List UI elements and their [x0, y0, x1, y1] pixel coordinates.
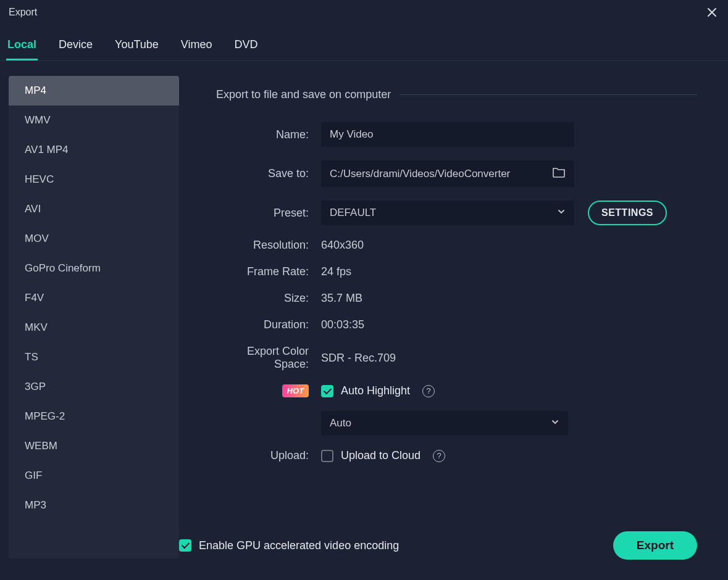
help-icon[interactable]: ?: [433, 450, 445, 462]
format-item[interactable]: MP3: [9, 491, 179, 520]
format-item[interactable]: MOV: [9, 224, 179, 254]
label-resolution: Resolution:: [216, 239, 309, 252]
export-button[interactable]: Export: [613, 531, 697, 560]
chevron-down-icon: [551, 417, 559, 429]
label-color-space: Export Color Space:: [216, 345, 309, 371]
size-value: 35.7 MB: [321, 292, 362, 305]
name-input[interactable]: [330, 128, 566, 141]
gpu-label: Enable GPU accelerated video encoding: [199, 539, 399, 552]
format-item[interactable]: AV1 MP4: [9, 135, 179, 165]
auto-highlight-mode-select[interactable]: Auto: [321, 411, 568, 436]
chevron-down-icon: [557, 207, 566, 219]
help-icon[interactable]: ?: [422, 385, 435, 397]
window-title: Export: [9, 7, 37, 18]
tabbar: LocalDeviceYouTubeVimeoDVD: [0, 25, 728, 61]
format-item[interactable]: HEVC: [9, 165, 179, 194]
settings-panel: Export to file and save on computer Name…: [179, 76, 722, 567]
settings-button[interactable]: SETTINGS: [588, 201, 667, 225]
upload-cloud-label: Upload to Cloud: [341, 449, 420, 462]
folder-icon[interactable]: [552, 167, 566, 181]
footer-row: Enable GPU accelerated video encoding Ex…: [179, 531, 697, 560]
format-item[interactable]: GoPro Cineform: [9, 254, 179, 283]
label-duration: Duration:: [216, 318, 309, 331]
label-preset: Preset:: [216, 207, 309, 220]
auto-highlight-label: Auto Highlight: [341, 384, 410, 397]
panel-heading-rule: [400, 94, 697, 95]
resolution-value: 640x360: [321, 239, 364, 252]
label-upload: Upload:: [216, 449, 309, 462]
auto-highlight-checkbox[interactable]: [321, 385, 333, 397]
label-save-to: Save to:: [216, 167, 309, 180]
format-item[interactable]: MKV: [9, 313, 179, 342]
tab-local[interactable]: Local: [6, 33, 38, 60]
tab-device[interactable]: Device: [57, 33, 94, 60]
format-item[interactable]: GIF: [9, 461, 179, 491]
gpu-checkbox[interactable]: [179, 539, 191, 552]
auto-highlight-mode-value: Auto: [330, 417, 351, 429]
format-item[interactable]: AVI: [9, 194, 179, 224]
label-name: Name:: [216, 128, 309, 141]
format-item[interactable]: MP4: [9, 76, 179, 106]
label-frame-rate: Frame Rate:: [216, 265, 309, 278]
tab-youtube[interactable]: YouTube: [114, 33, 160, 60]
format-item[interactable]: MPEG-2: [9, 402, 179, 431]
format-item[interactable]: TS: [9, 342, 179, 372]
hot-badge: HOT: [282, 384, 309, 397]
format-item[interactable]: F4V: [9, 283, 179, 313]
upload-cloud-checkbox[interactable]: [321, 450, 333, 462]
tab-dvd[interactable]: DVD: [233, 33, 259, 60]
titlebar: Export: [0, 0, 728, 25]
color-space-value: SDR - Rec.709: [321, 352, 396, 365]
close-icon[interactable]: [706, 6, 718, 19]
preset-select[interactable]: DEFAULT: [321, 201, 574, 225]
save-to-input[interactable]: [330, 168, 546, 180]
duration-value: 00:03:35: [321, 318, 364, 331]
save-to-input-wrap[interactable]: [321, 160, 574, 187]
tab-vimeo[interactable]: Vimeo: [180, 33, 214, 60]
preset-value: DEFAULT: [330, 207, 376, 219]
format-item[interactable]: 3GP: [9, 372, 179, 402]
format-item[interactable]: WMV: [9, 106, 179, 135]
panel-heading: Export to file and save on computer: [216, 88, 391, 101]
panel-heading-row: Export to file and save on computer: [216, 88, 697, 101]
frame-rate-value: 24 fps: [321, 265, 351, 278]
format-list: MP4WMVAV1 MP4HEVCAVIMOVGoPro CineformF4V…: [9, 76, 179, 558]
format-item[interactable]: WEBM: [9, 431, 179, 461]
name-input-wrap[interactable]: [321, 122, 574, 147]
label-size: Size:: [216, 292, 309, 305]
